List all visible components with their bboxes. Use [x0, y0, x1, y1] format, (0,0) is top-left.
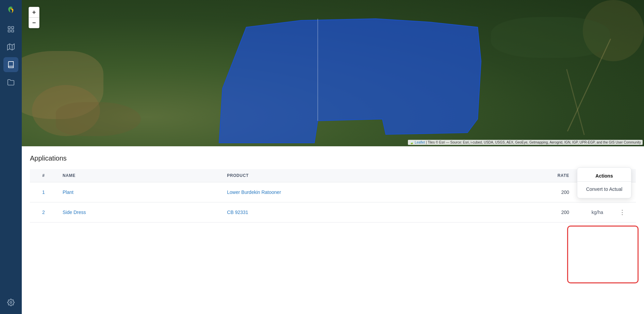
sidebar-item-settings[interactable] — [3, 295, 18, 310]
zoom-in-button[interactable]: + — [29, 7, 39, 17]
col-header-name: NAME — [57, 169, 221, 182]
col-header-product: PRODUCT — [221, 169, 534, 182]
dropdown-title: Actions — [577, 170, 631, 182]
table-header-row: # NAME PRODUCT RATE UNIT — [30, 169, 636, 182]
row1-name: Plant — [57, 182, 221, 202]
row2-name: Side Dress — [57, 202, 221, 222]
row1-actions-cell: ⋮ Actions Convert to Actual — [609, 182, 636, 202]
content-area: Applications # NAME PRODUCT RATE UNIT 1 … — [22, 146, 644, 314]
row1-num: 1 — [30, 182, 57, 202]
svg-rect-1 — [12, 27, 14, 29]
table-row: 2 Side Dress CB 92331 200 kg/ha ⋮ — [30, 202, 636, 222]
row2-unit: kg/ha — [575, 202, 609, 222]
row2-product: CB 92331 — [221, 202, 534, 222]
sidebar — [0, 0, 22, 314]
svg-rect-0 — [8, 27, 10, 29]
row1-dropdown-menu: Actions Convert to Actual — [577, 167, 631, 198]
map-background: + − 🍃 Leaflet Leaflet | Tiles © Esri — S… — [22, 0, 644, 146]
zoom-out-button[interactable]: − — [29, 18, 39, 28]
main-content: + − 🍃 Leaflet Leaflet | Tiles © Esri — S… — [22, 0, 644, 314]
svg-marker-4 — [7, 44, 14, 50]
app-logo — [5, 4, 17, 16]
row2-rate: 200 — [534, 202, 575, 222]
field-polygon — [22, 0, 644, 146]
row2-actions-button[interactable]: ⋮ — [616, 208, 628, 217]
svg-point-7 — [10, 301, 12, 303]
row1-product: Lower Burdekin Ratooner — [221, 182, 534, 202]
dropdown-item-convert[interactable]: Convert to Actual — [577, 183, 631, 195]
sidebar-item-dashboard[interactable] — [3, 22, 18, 37]
map-attribution: 🍃 Leaflet Leaflet | Tiles © Esri — Sourc… — [408, 140, 643, 145]
sidebar-item-book[interactable] — [3, 57, 18, 72]
row2-dropdown-wrapper: ⋮ — [616, 208, 628, 217]
row2-actions-cell: ⋮ — [609, 202, 636, 222]
svg-marker-8 — [219, 19, 481, 143]
sidebar-item-map[interactable] — [3, 39, 18, 54]
col-header-rate: RATE — [534, 169, 575, 182]
applications-section-title: Applications — [30, 154, 636, 162]
map-container: + − 🍃 Leaflet Leaflet | Tiles © Esri — S… — [22, 0, 644, 146]
col-header-num: # — [30, 169, 57, 182]
svg-rect-2 — [8, 30, 10, 32]
row1-rate: 200 — [534, 182, 575, 202]
svg-rect-3 — [12, 30, 14, 32]
applications-table: # NAME PRODUCT RATE UNIT 1 Plant Lower B… — [30, 169, 636, 222]
table-row: 1 Plant Lower Burdekin Ratooner 200 kg/h… — [30, 182, 636, 202]
row1-dropdown-wrapper: ⋮ Actions Convert to Actual — [616, 188, 628, 197]
zoom-controls: + − — [29, 7, 39, 28]
highlight-box — [567, 226, 639, 283]
row2-num: 2 — [30, 202, 57, 222]
sidebar-item-folder[interactable] — [3, 75, 18, 90]
